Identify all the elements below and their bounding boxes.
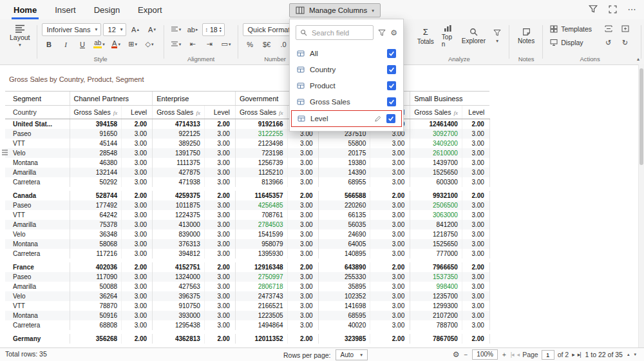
table-row[interactable]: Paseo916503.009221253.0031222553.0023751… [5, 129, 489, 139]
cell[interactable]: 4152751 [153, 262, 205, 272]
cell[interactable]: 4259375 [153, 191, 205, 200]
templates-button[interactable]: Templates [547, 22, 594, 35]
header-segment[interactable]: Segment [5, 92, 70, 106]
field-checkbox[interactable] [386, 114, 395, 123]
cell[interactable]: 68808 [70, 320, 122, 330]
cell[interactable]: 50088 [70, 282, 122, 291]
cell[interactable]: 3.00 [122, 291, 153, 301]
cell[interactable]: 19380 [318, 158, 370, 168]
cell[interactable]: 2.00 [204, 334, 235, 344]
cell[interactable]: 91650 [70, 129, 122, 139]
row-label-cell[interactable]: Carretera [5, 249, 70, 259]
table-row[interactable]: Amarilla753783.004130003.0027845033.0056… [5, 220, 489, 229]
undo-icon[interactable]: ↺ [601, 37, 616, 50]
cell[interactable]: 3.00 [462, 129, 489, 139]
cell[interactable]: 643890 [318, 262, 370, 272]
field-checkbox[interactable] [387, 49, 396, 58]
cell[interactable]: 3.00 [462, 220, 489, 229]
cell[interactable]: 3.00 [370, 320, 410, 330]
cell[interactable]: 3.00 [462, 249, 489, 259]
row-label-cell[interactable]: Velo [5, 229, 70, 239]
top-n-button[interactable]: Top n [438, 22, 458, 50]
cell[interactable]: 3.00 [204, 148, 235, 158]
outdent-icon[interactable]: ⇤ [185, 38, 200, 51]
decrease-font-icon[interactable]: A▾ [145, 23, 160, 36]
cell[interactable]: 40020 [318, 320, 370, 330]
cell[interactable]: 68955 [318, 177, 370, 187]
cell[interactable]: 24690 [318, 229, 370, 239]
table-row[interactable]: Montana580683.003763133.009580793.006400… [5, 239, 489, 249]
cell[interactable]: 3.00 [370, 220, 410, 229]
filter-fields-icon[interactable] [378, 29, 386, 37]
cell[interactable]: 3063000 [410, 210, 462, 220]
cell[interactable]: 3.00 [287, 249, 318, 259]
cell[interactable]: 1299300 [410, 301, 462, 311]
cell[interactable]: 2.00 [204, 119, 235, 130]
cell[interactable]: 2123498 [235, 139, 287, 148]
edit-pencil-icon[interactable] [374, 115, 381, 122]
effects-icon[interactable]: ◇▾ [142, 38, 157, 51]
row-label-cell[interactable]: Carretera [5, 177, 70, 187]
cell[interactable]: 3.00 [204, 220, 235, 229]
cell[interactable]: 777000 [410, 249, 462, 259]
highlight-color-icon[interactable]: ab▾ [92, 38, 107, 51]
row-label-cell[interactable]: VTT [5, 210, 70, 220]
cell[interactable]: 3.00 [204, 239, 235, 249]
cell[interactable]: 394812 [153, 249, 205, 259]
row-label-cell[interactable]: Montana [5, 239, 70, 249]
cell[interactable]: 3.00 [370, 200, 410, 210]
cell[interactable]: 3.00 [122, 200, 153, 210]
cell[interactable]: 3.00 [462, 200, 489, 210]
cell[interactable]: 102352 [318, 291, 370, 301]
layout-button[interactable]: Layout ▾ [7, 22, 33, 48]
borders-icon[interactable]: ⊞▾ [126, 38, 140, 51]
cell[interactable]: 3.00 [462, 210, 489, 220]
manage-columns-item-gross-sales[interactable]: Gross Sales [290, 93, 403, 110]
cell[interactable]: 566588 [318, 191, 370, 200]
last-page-icon[interactable]: ▸| [578, 351, 581, 358]
row-label-cell[interactable]: Paseo [5, 200, 70, 210]
italic-button[interactable]: I [59, 38, 73, 51]
cell[interactable]: 393000 [153, 311, 205, 320]
cell[interactable]: 3.00 [462, 311, 489, 320]
cell[interactable]: 3409200 [410, 139, 462, 148]
table-row[interactable]: VTT642423.0012243753.007087613.00661353.… [5, 210, 489, 220]
cell[interactable]: 3.00 [462, 301, 489, 311]
manage-columns-item-level[interactable]: Level [291, 110, 402, 127]
row-label-cell[interactable]: Canada [5, 191, 70, 200]
cell[interactable]: 2.00 [204, 262, 235, 272]
cell[interactable]: 141698 [318, 301, 370, 311]
cell[interactable]: 1125210 [235, 168, 287, 177]
cell[interactable]: 3.00 [122, 129, 153, 139]
row-label-cell[interactable]: Germany [5, 334, 70, 344]
cell[interactable]: 117216 [70, 249, 122, 259]
table-row[interactable]: Germany3562682.0043628132.00120113522.00… [5, 334, 489, 344]
field-checkbox[interactable] [387, 65, 396, 74]
cell[interactable]: 2.00 [287, 262, 318, 272]
cell[interactable]: 177492 [70, 200, 122, 210]
cell[interactable]: 402036 [70, 262, 122, 272]
display-button[interactable]: Display [547, 35, 594, 49]
cell[interactable]: 427875 [153, 168, 205, 177]
row-label-cell[interactable]: Paseo [5, 129, 70, 139]
cell[interactable]: 3.00 [122, 220, 153, 229]
tab-design[interactable]: Design [86, 0, 128, 19]
cell[interactable]: 3.00 [204, 291, 235, 301]
cell[interactable]: 11645357 [235, 191, 287, 200]
cell[interactable]: 3.00 [122, 320, 153, 330]
cell[interactable]: 788700 [410, 320, 462, 330]
cell[interactable]: 3.00 [122, 311, 153, 320]
cell[interactable]: 9932100 [410, 191, 462, 200]
cell[interactable]: 56035 [318, 220, 370, 229]
cell[interactable]: 998400 [410, 282, 462, 291]
row-label-cell[interactable]: Amarilla [5, 282, 70, 291]
vertical-align-icon[interactable]: ▾ [169, 23, 184, 36]
table-row[interactable]: Velo363483.008390003.0015415993.00246903… [5, 229, 489, 239]
merge-cells-icon[interactable]: ▭▾ [219, 38, 234, 51]
cell[interactable]: 2506500 [410, 200, 462, 210]
font-family-select[interactable]: Inforiver Sans ▾ [42, 23, 101, 36]
table-row[interactable]: Carretera688083.0012954383.0014948643.00… [5, 320, 489, 330]
row-label-cell[interactable]: Velo [5, 148, 70, 158]
header-gross-sales[interactable]: Gross Salesfx [410, 106, 462, 119]
explorer-button[interactable]: Explorer [458, 22, 489, 50]
